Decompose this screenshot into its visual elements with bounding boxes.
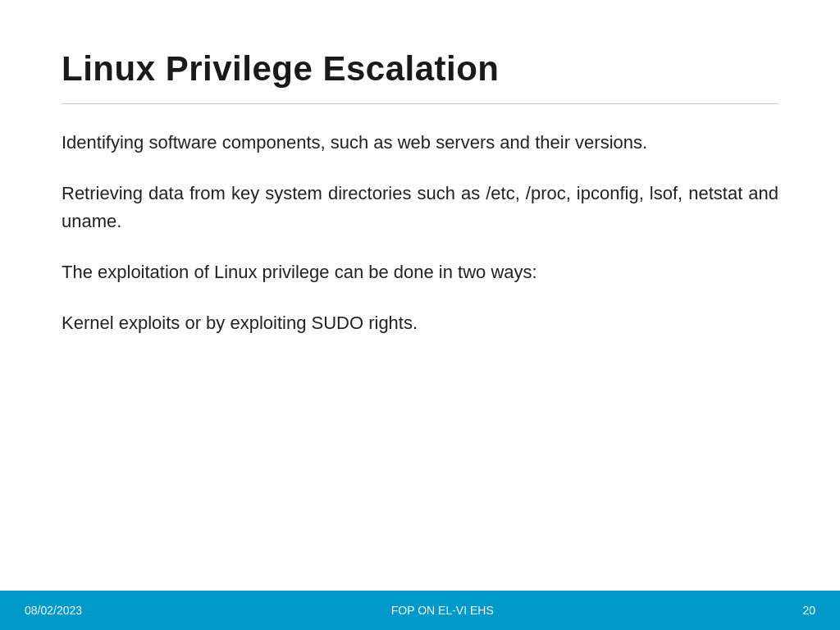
slide-content: Linux Privilege Escalation Identifying s… <box>0 0 840 591</box>
paragraph-2: Retrieving data from key system director… <box>62 180 778 235</box>
slide-title: Linux Privilege Escalation <box>62 49 778 89</box>
paragraph-1: Identifying software components, such as… <box>62 129 778 157</box>
footer-date: 08/02/2023 <box>25 604 82 617</box>
footer-center-text: FOP ON EL-VI EHS <box>391 604 494 617</box>
footer-bar: 08/02/2023 FOP ON EL-VI EHS 20 <box>0 591 840 630</box>
slide-container: Linux Privilege Escalation Identifying s… <box>0 0 840 630</box>
paragraph-3: The exploitation of Linux privilege can … <box>62 258 778 286</box>
paragraph-4: Kernel exploits or by exploiting SUDO ri… <box>62 309 778 337</box>
title-divider <box>62 103 778 104</box>
footer-page: 20 <box>802 604 815 617</box>
